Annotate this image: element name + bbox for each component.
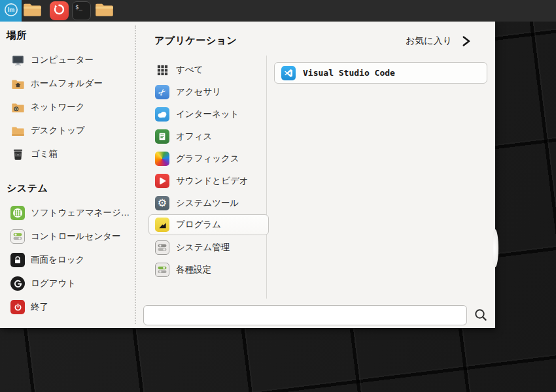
preferences-icon <box>155 263 169 277</box>
sidebar-item-shutdown[interactable]: 終了 <box>7 299 136 316</box>
app-item-visual-studio-code[interactable]: Visual Studio Code <box>274 62 487 84</box>
sidebar-item-label: ネットワーク <box>31 101 85 113</box>
sidebar-item-logout[interactable]: ログアウト <box>7 275 136 292</box>
control-center-icon <box>10 229 25 244</box>
office-icon <box>155 129 169 144</box>
logout-icon <box>10 276 25 291</box>
category-label: すべて <box>176 64 203 76</box>
taskbar: lm $_ <box>0 0 556 22</box>
sidebar-item-label: ソフトウェアマネージ… <box>31 207 130 219</box>
category-label: グラフィックス <box>176 153 239 165</box>
sidebar-item-label: ログアウト <box>31 278 76 289</box>
sidebar-item-label: 終了 <box>31 301 48 313</box>
sidebar-item-label: ゴミ箱 <box>31 148 58 160</box>
desktop-folder-icon <box>10 123 25 138</box>
terminal-icon: $_ <box>75 4 82 10</box>
sidebar-item-label: コントロールセンター <box>31 231 121 242</box>
sidebar-item-trash[interactable]: ゴミ箱 <box>7 146 136 163</box>
app-item-label: Visual Studio Code <box>303 68 395 78</box>
programs-icon <box>155 218 169 232</box>
places-header: 場所 <box>7 29 27 42</box>
category-all[interactable]: すべて <box>148 59 269 80</box>
sidebar-item-computer[interactable]: コンピューター <box>7 52 136 69</box>
chevron-right-icon <box>461 35 471 47</box>
trash-icon <box>10 147 25 161</box>
home-folder-icon <box>10 76 25 91</box>
category-label: アクセサリ <box>176 86 221 98</box>
category-accessories[interactable]: ✂ アクセサリ <box>148 82 269 103</box>
mint-menu-button[interactable]: lm <box>0 0 22 22</box>
svg-text:lm: lm <box>7 7 14 13</box>
mint-logo-icon: lm <box>3 2 19 20</box>
categories-column: すべて ✂ アクセサリ インターネット <box>135 22 266 328</box>
category-graphics[interactable]: グラフィックス <box>148 148 269 169</box>
favorites-label: お気に入り <box>406 35 452 47</box>
internet-icon <box>155 107 169 122</box>
folder-icon <box>23 1 42 21</box>
category-programs[interactable]: プログラム <box>148 214 269 235</box>
sidebar-item-network[interactable]: ネットワーク <box>7 99 136 116</box>
category-administration[interactable]: システム管理 <box>148 237 269 258</box>
category-label: システムツール <box>176 197 239 209</box>
software-manager-icon <box>10 206 25 220</box>
category-preferences[interactable]: 各種設定 <box>148 259 269 280</box>
sidebar-item-control-center[interactable]: コントロールセンター <box>7 228 136 245</box>
files-launcher[interactable] <box>23 2 42 20</box>
category-label: インターネット <box>176 108 239 120</box>
category-label: オフィス <box>176 131 212 142</box>
sound-video-icon <box>155 174 169 188</box>
graphics-icon <box>155 152 169 166</box>
lock-icon <box>10 253 25 267</box>
network-folder-icon <box>10 100 25 114</box>
category-label: システム管理 <box>176 242 230 253</box>
sidebar-item-desktop[interactable]: デスクトップ <box>7 122 136 139</box>
panel-edge-handle <box>492 229 498 267</box>
search-input[interactable] <box>143 305 467 325</box>
category-internet[interactable]: インターネット <box>148 104 269 125</box>
sidebar-item-label: デスクトップ <box>31 125 85 137</box>
accessories-icon: ✂ <box>155 85 169 99</box>
sidebar-item-label: 画面をロック <box>31 254 84 266</box>
files-launcher-2[interactable] <box>95 2 114 20</box>
category-office[interactable]: オフィス <box>148 126 269 147</box>
firefox-launcher[interactable] <box>50 1 69 20</box>
search-icon[interactable] <box>473 307 489 323</box>
folder-icon <box>95 1 114 21</box>
system-header: システム <box>7 182 48 195</box>
favorites-header[interactable]: お気に入り <box>406 35 471 47</box>
sidebar-item-home-folder[interactable]: ホームフォルダー <box>7 75 136 92</box>
sidebar-item-label: ホームフォルダー <box>31 78 103 90</box>
all-apps-icon <box>155 63 169 77</box>
sidebar-item-lock-screen[interactable]: 画面をロック <box>7 252 136 269</box>
sidebar-item-software-manager[interactable]: ソフトウェアマネージ… <box>7 204 136 221</box>
firefox-icon <box>52 3 66 19</box>
category-label: プログラム <box>176 219 221 231</box>
category-label: 各種設定 <box>176 264 211 276</box>
system-tools-icon: ⚙ <box>155 196 169 210</box>
computer-icon <box>10 53 25 67</box>
category-system-tools[interactable]: ⚙ システムツール <box>148 193 269 214</box>
vscode-icon <box>281 66 296 80</box>
sidebar-item-label: コンピューター <box>31 54 94 66</box>
terminal-launcher[interactable]: $_ <box>72 1 91 20</box>
category-label: サウンドとビデオ <box>176 175 249 187</box>
shutdown-icon <box>10 300 25 314</box>
category-sound-video[interactable]: サウンドとビデオ <box>148 171 269 191</box>
mint-menu-panel: 場所 コンピューター ホームフォルダー <box>0 22 495 328</box>
administration-icon <box>155 240 169 255</box>
